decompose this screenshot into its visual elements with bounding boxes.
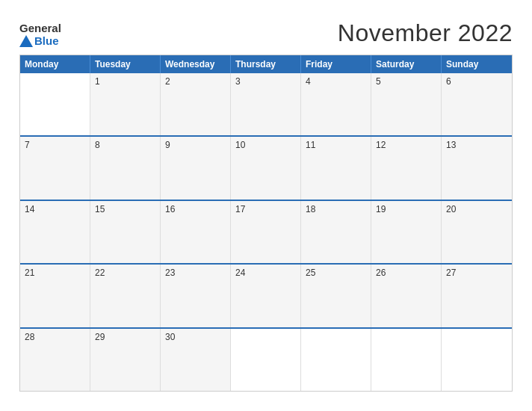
day-cell: 26 xyxy=(371,265,442,327)
header-cell-thursday: Thursday xyxy=(231,55,301,73)
logo-triangle-icon xyxy=(19,35,33,47)
day-cell: 22 xyxy=(90,265,161,327)
day-cell: 17 xyxy=(231,201,301,263)
logo-blue-text: Blue xyxy=(34,34,59,47)
day-cell xyxy=(371,329,442,391)
logo: General Blue xyxy=(19,22,61,47)
day-number: 22 xyxy=(95,268,105,278)
day-number: 12 xyxy=(376,140,386,150)
day-cell xyxy=(20,73,90,135)
day-number: 28 xyxy=(25,332,34,342)
logo-blue-row: Blue xyxy=(19,34,59,47)
calendar-grid: MondayTuesdayWednesdayThursdayFridaySatu… xyxy=(19,55,513,392)
day-cell: 27 xyxy=(442,265,512,327)
day-number: 29 xyxy=(95,332,105,342)
day-cell: 16 xyxy=(161,201,231,263)
day-number: 10 xyxy=(235,140,245,150)
day-cell: 8 xyxy=(90,137,161,199)
day-number: 1 xyxy=(95,76,100,87)
day-number: 5 xyxy=(376,76,381,87)
logo-general-text: General xyxy=(19,22,61,34)
week-row-1: 78910111213 xyxy=(20,135,512,199)
day-number: 2 xyxy=(165,76,170,87)
day-cell: 9 xyxy=(161,137,231,199)
page-header: General Blue November 2022 xyxy=(19,19,513,47)
day-cell: 29 xyxy=(90,329,161,391)
day-cell: 14 xyxy=(20,201,90,263)
day-number: 20 xyxy=(446,204,456,214)
day-number: 8 xyxy=(95,140,100,150)
day-cell: 1 xyxy=(90,73,161,135)
day-cell: 19 xyxy=(371,201,442,263)
day-cell xyxy=(301,329,371,391)
month-title: November 2022 xyxy=(338,19,513,47)
day-number: 7 xyxy=(25,140,30,150)
day-number: 24 xyxy=(235,268,245,278)
day-cell: 15 xyxy=(90,201,161,263)
day-cell: 2 xyxy=(161,73,231,135)
day-cell xyxy=(231,329,301,391)
day-number: 6 xyxy=(446,76,451,87)
day-cell: 20 xyxy=(442,201,512,263)
day-cell: 28 xyxy=(20,329,90,391)
day-cell: 21 xyxy=(20,265,90,327)
day-number: 17 xyxy=(235,204,245,214)
header-cell-sunday: Sunday xyxy=(442,55,512,73)
day-cell: 11 xyxy=(301,137,371,199)
day-number: 26 xyxy=(376,268,386,278)
week-row-0: 123456 xyxy=(20,73,512,135)
calendar-weeks: 1234567891011121314151617181920212223242… xyxy=(20,73,512,391)
day-number: 4 xyxy=(306,76,311,87)
day-number: 25 xyxy=(306,268,315,278)
day-number: 27 xyxy=(446,268,456,278)
day-number: 30 xyxy=(165,332,175,342)
day-cell: 24 xyxy=(231,265,301,327)
day-number: 16 xyxy=(165,204,175,214)
calendar-page: General Blue November 2022 MondayTuesday… xyxy=(4,7,528,404)
day-cell: 4 xyxy=(301,73,371,135)
week-row-2: 14151617181920 xyxy=(20,200,512,263)
day-cell: 10 xyxy=(231,137,301,199)
header-cell-saturday: Saturday xyxy=(371,55,442,73)
day-cell: 6 xyxy=(442,73,512,135)
day-number: 21 xyxy=(25,268,34,278)
day-number: 15 xyxy=(95,204,105,214)
day-cell: 13 xyxy=(442,137,512,199)
day-number: 11 xyxy=(306,140,315,150)
week-row-4: 282930 xyxy=(20,327,512,391)
day-number: 9 xyxy=(165,140,170,150)
day-number: 23 xyxy=(165,268,175,278)
day-number: 19 xyxy=(376,204,386,214)
day-cell: 25 xyxy=(301,265,371,327)
day-number: 18 xyxy=(306,204,315,214)
day-cell: 18 xyxy=(301,201,371,263)
day-cell: 30 xyxy=(161,329,231,391)
day-cell: 3 xyxy=(231,73,301,135)
day-cell: 7 xyxy=(20,137,90,199)
day-number: 13 xyxy=(446,140,456,150)
day-cell: 12 xyxy=(371,137,442,199)
day-number: 3 xyxy=(235,76,241,87)
header-cell-monday: Monday xyxy=(20,55,90,73)
header-cell-tuesday: Tuesday xyxy=(90,55,161,73)
header-cell-wednesday: Wednesday xyxy=(161,55,231,73)
week-row-3: 21222324252627 xyxy=(20,263,512,327)
calendar-header: MondayTuesdayWednesdayThursdayFridaySatu… xyxy=(20,55,512,73)
day-number: 14 xyxy=(25,204,34,214)
day-cell: 5 xyxy=(371,73,442,135)
day-cell xyxy=(442,329,512,391)
header-cell-friday: Friday xyxy=(301,55,371,73)
day-cell: 23 xyxy=(161,265,231,327)
